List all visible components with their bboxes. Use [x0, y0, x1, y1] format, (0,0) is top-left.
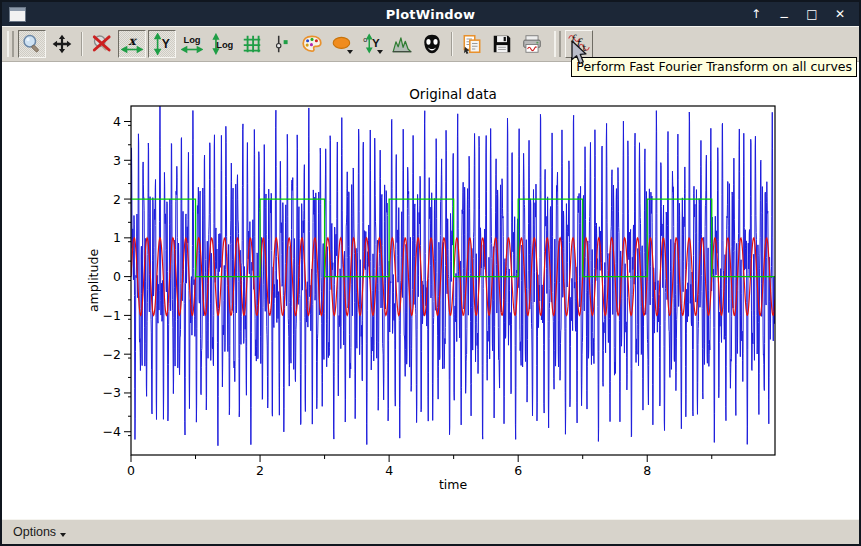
log-y-icon: Log: [211, 33, 233, 55]
window-controls: ↑−□✕: [749, 2, 859, 26]
x-axis-label: time: [439, 477, 468, 492]
toolbar-handle[interactable]: [7, 31, 14, 57]
close-button[interactable]: ✕: [833, 2, 847, 26]
y-tick-label: −1: [103, 308, 121, 323]
histogram-icon: [391, 33, 413, 55]
save-button[interactable]: [488, 30, 516, 58]
shape-tool-button[interactable]: [328, 30, 356, 58]
window-title: PlotWindow: [2, 7, 859, 22]
printer-icon: [521, 33, 543, 55]
maximize-button[interactable]: □: [805, 2, 819, 26]
options-label: Options: [13, 525, 56, 539]
svg-text:Y: Y: [162, 37, 170, 51]
grid-icon: [241, 33, 263, 55]
print-button[interactable]: [518, 30, 546, 58]
copy-to-clipboard-button[interactable]: [458, 30, 486, 58]
mouse-cursor-icon: [569, 40, 589, 71]
cross-section-icon: [271, 33, 293, 55]
toolbar-separator: [81, 32, 83, 56]
log-x-icon: Log: [181, 33, 203, 55]
histogram-button[interactable]: [388, 30, 416, 58]
x-tick-label: 8: [643, 463, 651, 478]
statusbar: Options: [2, 519, 859, 544]
y-axis-icon: Y: [151, 33, 173, 55]
y-tick-label: 0: [113, 269, 121, 284]
x-axis-icon: x: [121, 33, 143, 55]
toolbar-separator: [451, 32, 453, 56]
dropdown-caret-icon: [347, 50, 353, 54]
y-tick-label: −4: [103, 424, 121, 439]
svg-text:Log: Log: [216, 40, 233, 50]
plot-window: PlotWindow ↑−□✕ xYLogLogoY fft Original …: [0, 0, 861, 546]
dropdown-caret-icon: [377, 50, 383, 54]
y-tick-label: 2: [113, 192, 121, 207]
grid-button[interactable]: [238, 30, 266, 58]
log-y-button[interactable]: Log: [208, 30, 236, 58]
mask-icon: [421, 33, 443, 55]
zoom-button[interactable]: [18, 30, 46, 58]
x-tick-label: 0: [127, 463, 135, 478]
y-tick-label: 3: [113, 153, 121, 168]
curve-stats-button[interactable]: oY: [358, 30, 386, 58]
x-axis-scale-button[interactable]: x: [118, 30, 146, 58]
y-axis-scale-button[interactable]: Y: [148, 30, 176, 58]
plot-svg: Original datatimeamplitude02468−4−3−2−10…: [2, 62, 859, 521]
unzoom-button[interactable]: [88, 30, 116, 58]
x-tick-label: 4: [385, 463, 393, 478]
plot-canvas[interactable]: Original datatimeamplitude02468−4−3−2−10…: [2, 62, 859, 519]
mask-button[interactable]: [418, 30, 446, 58]
svg-text:o: o: [363, 36, 367, 44]
y-axis-label: amplitude: [86, 249, 101, 312]
log-x-button[interactable]: Log: [178, 30, 206, 58]
magnifier-icon: [21, 33, 43, 55]
move-icon: [51, 33, 73, 55]
svg-text:Y: Y: [372, 37, 380, 49]
fft-tooltip: Perform Fast Fourier Transform on all cu…: [571, 57, 857, 77]
toolbar-handle[interactable]: [554, 31, 561, 57]
x-tick-label: 2: [256, 463, 264, 478]
svg-text:Log: Log: [183, 35, 200, 45]
plot-title: Original data: [409, 86, 497, 102]
y-tick-label: −2: [103, 347, 121, 362]
minimize-button[interactable]: −: [777, 5, 791, 29]
x-tick-label: 6: [514, 463, 522, 478]
titlebar[interactable]: PlotWindow ↑−□✕: [2, 2, 859, 26]
y-tick-label: 4: [113, 114, 121, 129]
clipboard-icon: [461, 33, 483, 55]
y-tick-label: 1: [113, 230, 121, 245]
pan-button[interactable]: [48, 30, 76, 58]
magnifier-off-icon: [91, 33, 113, 55]
item-parameters-button[interactable]: [298, 30, 326, 58]
options-button[interactable]: Options: [9, 523, 70, 541]
palette-icon: [301, 33, 323, 55]
cross-section-button[interactable]: [268, 30, 296, 58]
shade-button[interactable]: ↑: [749, 2, 763, 26]
save-icon: [491, 33, 513, 55]
options-caret-icon: [60, 533, 66, 537]
svg-text:x: x: [128, 34, 137, 48]
y-tick-label: −3: [103, 385, 121, 400]
curves: [131, 106, 775, 446]
main-toolbar: xYLogLogoY: [6, 27, 547, 61]
